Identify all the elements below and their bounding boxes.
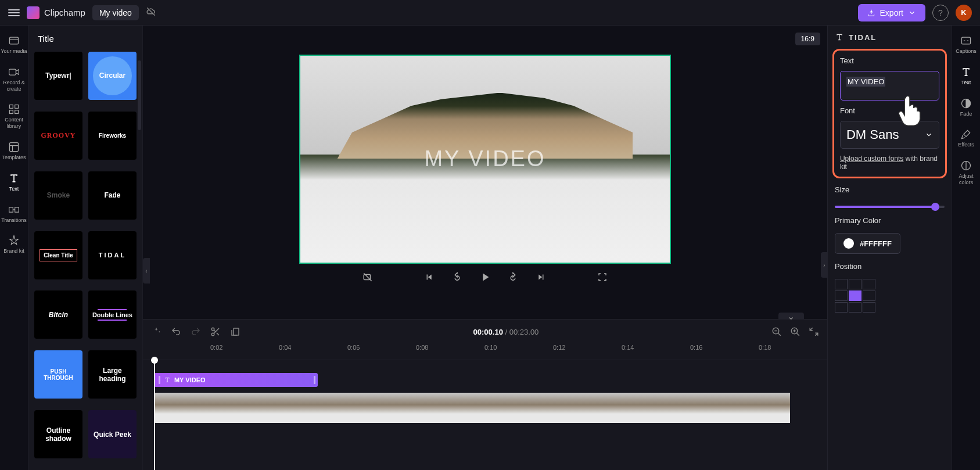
nav-text-props[interactable]: Text <box>952 62 980 91</box>
timeline-expand-icon[interactable]: ⌄ <box>778 313 804 320</box>
timeline-time: 00:00.10 / 00:23.00 <box>250 328 762 336</box>
title-double-lines[interactable]: Double Lines <box>88 290 137 339</box>
svg-rect-2 <box>10 105 13 109</box>
export-button[interactable]: Export <box>858 4 925 21</box>
scrollbar[interactable] <box>138 60 141 130</box>
title-fade[interactable]: Fade <box>88 171 137 220</box>
nav-fade[interactable]: Fade <box>952 93 980 122</box>
panel-type-header: TIDAL <box>835 33 945 42</box>
skip-forward-icon[interactable] <box>534 271 547 284</box>
zoom-in-icon[interactable] <box>790 327 800 337</box>
rewind-icon[interactable] <box>451 271 464 284</box>
help-icon[interactable]: ? <box>932 5 949 21</box>
fit-icon[interactable] <box>809 327 819 337</box>
title-smoke[interactable]: Smoke <box>34 171 82 220</box>
title-fireworks[interactable]: Fireworks <box>88 112 137 160</box>
svg-rect-8 <box>15 207 19 211</box>
title-outline-shadow[interactable]: Outline shadow <box>34 410 82 458</box>
playhead[interactable] <box>154 360 155 470</box>
nav-templates[interactable]: Templates <box>0 137 28 166</box>
font-label: Font <box>840 106 939 115</box>
menu-icon[interactable] <box>8 7 20 19</box>
app-logo[interactable]: Clipchamp <box>27 6 85 19</box>
nav-record[interactable]: Record & create <box>0 62 28 97</box>
pos-tc[interactable] <box>849 279 861 289</box>
aspect-badge[interactable]: 16:9 <box>795 33 820 45</box>
collapse-right-icon[interactable]: › <box>821 252 828 278</box>
pos-bl[interactable] <box>835 302 848 313</box>
nav-effects[interactable]: Effects <box>952 124 980 153</box>
title-quick-peek[interactable]: Quick Peek <box>88 410 137 458</box>
svg-rect-1 <box>9 69 16 75</box>
skip-back-icon[interactable] <box>423 271 436 284</box>
color-label: Primary Color <box>835 216 945 225</box>
nav-transitions[interactable]: Transitions <box>0 199 28 228</box>
nav-your-media[interactable]: Your media <box>0 30 28 59</box>
panel-title: Title <box>28 26 142 52</box>
canvas-overlay-text: MY VIDEO <box>424 146 545 171</box>
title-groovy[interactable]: GROOVY <box>34 112 82 160</box>
title-clean[interactable]: Clean Title <box>34 231 82 279</box>
forward-icon[interactable] <box>507 271 519 284</box>
size-label: Size <box>835 185 945 194</box>
nav-captions[interactable]: Captions <box>952 30 980 59</box>
text-label: Text <box>840 56 939 65</box>
pos-tr[interactable] <box>863 279 875 289</box>
timeline-tracks[interactable]: MY VIDEO <box>143 360 827 470</box>
timeline-ruler[interactable]: 0:02 0:04 0:06 0:08 0:10 0:12 0:14 0:16 … <box>143 344 827 360</box>
video-clip[interactable] <box>154 393 827 423</box>
title-push-through[interactable]: PUSH THROUGH <box>34 350 82 399</box>
cloud-off-icon[interactable] <box>146 6 156 19</box>
fullscreen-icon[interactable] <box>596 271 609 284</box>
pos-bc[interactable] <box>849 302 861 313</box>
preview-area: 16:9 MY VIDEO <box>143 26 827 319</box>
undo-icon[interactable] <box>171 327 181 337</box>
nav-adjust-colors[interactable]: Adjust colors <box>952 155 980 191</box>
svg-rect-12 <box>234 328 239 335</box>
title-tidal[interactable]: TIDAL <box>88 231 137 279</box>
pos-br[interactable] <box>863 302 875 313</box>
pos-mc[interactable] <box>849 290 861 301</box>
zoom-out-icon[interactable] <box>771 327 782 337</box>
text-clip[interactable]: MY VIDEO <box>154 373 318 387</box>
pos-mr[interactable] <box>863 290 875 301</box>
pos-tl[interactable] <box>835 279 848 289</box>
magic-icon[interactable] <box>151 327 161 337</box>
left-iconbar: Your media Record & create Content libra… <box>0 26 28 470</box>
nav-text[interactable]: Text <box>0 168 28 197</box>
topbar: Clipchamp My video Export ? K <box>0 0 980 26</box>
svg-rect-0 <box>10 37 19 44</box>
title-large-heading[interactable]: Large heading <box>88 350 137 399</box>
upload-fonts-link[interactable]: Upload custom fonts with brand kit <box>840 155 939 171</box>
scissors-icon[interactable] <box>210 327 221 337</box>
camera-off-icon[interactable] <box>361 271 374 284</box>
clipboard-icon[interactable] <box>230 327 240 337</box>
redo-icon[interactable] <box>191 327 201 337</box>
avatar[interactable]: K <box>956 5 972 21</box>
video-canvas[interactable]: MY VIDEO <box>299 55 671 264</box>
nav-brand-kit[interactable]: Brand kit <box>0 230 28 259</box>
app-name: Clipchamp <box>44 8 85 17</box>
svg-rect-7 <box>9 207 13 211</box>
pos-ml[interactable] <box>835 290 848 301</box>
svg-rect-5 <box>15 110 19 114</box>
properties-panel: › TIDAL Text MY VIDEO Font DM Sans Uploa… <box>827 26 952 470</box>
text-input[interactable]: MY VIDEO <box>840 71 939 101</box>
title-bitcn[interactable]: Bitcin <box>34 290 82 339</box>
color-picker[interactable]: #FFFFFF <box>835 233 900 254</box>
size-slider[interactable] <box>835 206 945 208</box>
titles-grid: Typewr| Circular GROOVY Fireworks Smoke … <box>28 52 142 470</box>
project-name[interactable]: My video <box>92 5 139 20</box>
position-label: Position <box>835 262 945 271</box>
svg-rect-4 <box>10 110 13 114</box>
svg-rect-6 <box>10 142 19 151</box>
font-select[interactable]: DM Sans <box>840 121 939 149</box>
play-icon[interactable] <box>479 271 491 284</box>
svg-rect-15 <box>962 37 971 44</box>
title-typewriter[interactable]: Typewr| <box>34 52 82 100</box>
position-grid <box>835 279 945 313</box>
highlighted-section: Text MY VIDEO Font DM Sans Upload custom… <box>832 49 947 178</box>
titles-panel: Title Typewr| Circular GROOVY Fireworks … <box>28 26 143 470</box>
title-circular[interactable]: Circular <box>88 52 137 100</box>
nav-content-library[interactable]: Content library <box>0 99 28 134</box>
